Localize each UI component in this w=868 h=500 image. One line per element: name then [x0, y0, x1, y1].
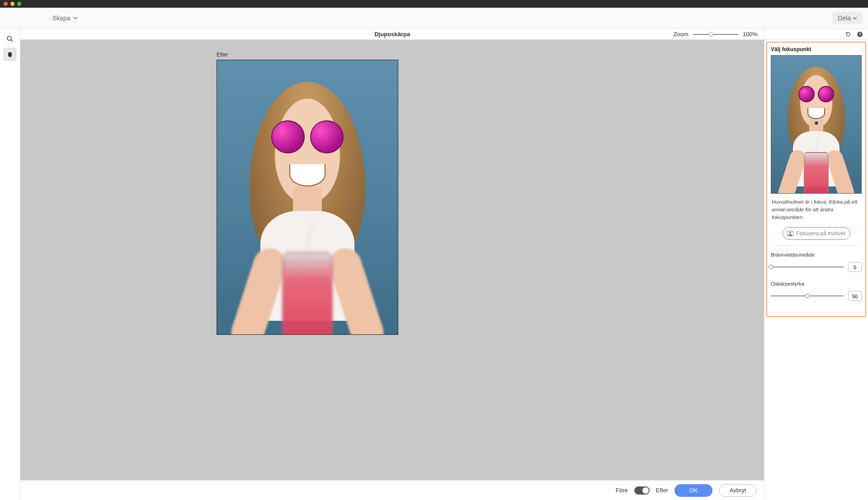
- ok-button[interactable]: OK: [675, 484, 712, 497]
- window-close-icon[interactable]: [4, 2, 8, 6]
- magnifier-icon: [6, 35, 14, 43]
- svg-point-5: [789, 232, 791, 233]
- center-column: Djuposkärpa Zoom 100% Efter: [20, 29, 764, 500]
- portrait-icon: [787, 231, 793, 236]
- zoom-slider-thumb[interactable]: [709, 32, 713, 37]
- preview-label: Efter: [217, 52, 398, 58]
- hand-tool[interactable]: [4, 48, 16, 61]
- cancel-button[interactable]: Avbryt: [719, 484, 757, 497]
- focal-range-group: Brännviddsområde 0: [771, 252, 862, 272]
- svg-point-0: [7, 36, 11, 40]
- menu-create[interactable]: Skapa: [52, 14, 78, 22]
- chevron-down-icon: [853, 16, 857, 20]
- blur-strength-slider[interactable]: [771, 295, 844, 296]
- preview-image[interactable]: [217, 60, 398, 335]
- titlebar: [0, 0, 868, 8]
- chevron-down-icon: [73, 16, 78, 20]
- help-icon[interactable]: ?: [856, 31, 863, 38]
- zoom-value: 100%: [743, 31, 758, 38]
- focus-subject-button[interactable]: Fokusera på motivet: [783, 227, 850, 240]
- panel-header: ?: [764, 29, 868, 40]
- focal-range-thumb[interactable]: [769, 265, 773, 269]
- cancel-label: Avbryt: [730, 487, 746, 494]
- blur-strength-label: Oskärpestyrka: [771, 281, 862, 286]
- window-minimize-icon[interactable]: [10, 2, 14, 6]
- ok-label: OK: [689, 487, 698, 494]
- menu-create-label: Skapa: [52, 14, 71, 22]
- zoom-tool[interactable]: [4, 33, 16, 45]
- share-button[interactable]: Dela: [832, 12, 863, 24]
- before-label: Före: [616, 487, 628, 494]
- after-label: Efter: [656, 487, 668, 494]
- workspace-header: Djuposkärpa Zoom 100%: [20, 29, 764, 40]
- workspace-title: Djuposkärpa: [374, 31, 410, 38]
- svg-text:?: ?: [859, 32, 861, 37]
- menubar: Skapa Dela: [0, 8, 868, 29]
- focus-subject-label: Fokusera på motivet: [796, 230, 845, 237]
- focus-title: Välj fokuspunkt: [771, 46, 862, 52]
- zoom-label: Zoom: [674, 31, 689, 38]
- zoom-control: Zoom 100%: [674, 31, 758, 38]
- canvas-area[interactable]: Efter: [20, 40, 764, 480]
- window-zoom-icon[interactable]: [17, 2, 21, 6]
- blur-strength-group: Oskärpestyrka 50: [771, 281, 862, 301]
- focal-range-value[interactable]: 0: [848, 262, 862, 272]
- focus-thumbnail[interactable]: [771, 55, 862, 194]
- focal-range-label: Brännviddsområde: [771, 252, 862, 257]
- tool-rail: [0, 29, 20, 500]
- svg-line-1: [11, 40, 13, 42]
- right-panel: ? Välj fokuspunkt: [764, 29, 868, 500]
- toggle-knob: [642, 487, 649, 494]
- zoom-slider[interactable]: [693, 34, 738, 35]
- focus-card: Välj fokuspunkt Huvudmotivet är i fokus.…: [766, 42, 866, 317]
- divider: [771, 245, 862, 246]
- hand-icon: [6, 51, 14, 58]
- before-after-toggle[interactable]: [634, 486, 650, 495]
- focus-point-marker[interactable]: [814, 121, 819, 125]
- focal-range-slider[interactable]: [771, 267, 844, 267]
- share-label: Dela: [838, 14, 851, 22]
- reset-icon[interactable]: [844, 31, 852, 38]
- blur-strength-value[interactable]: 50: [848, 291, 862, 301]
- focus-hint: Huvudmotivet är i fokus. Klicka på ett a…: [772, 198, 861, 221]
- blur-strength-thumb[interactable]: [805, 294, 810, 298]
- bottom-bar: Före Efter OK Avbryt: [20, 480, 764, 500]
